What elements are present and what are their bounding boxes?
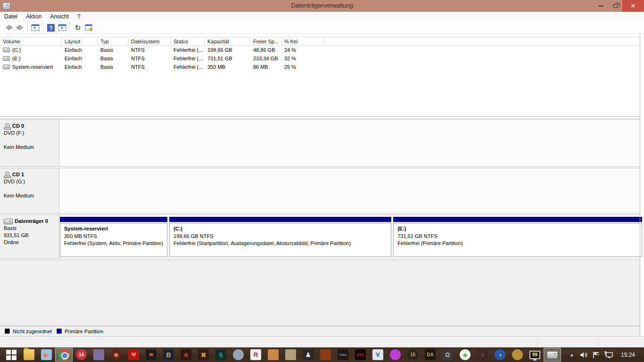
dragon-age-icon: DA [425, 349, 436, 360]
taskbar-game-silver-orb[interactable] [230, 348, 247, 362]
taskbar-disk-management[interactable] [544, 348, 561, 362]
taskbar-game-purple-orb[interactable] [387, 348, 404, 362]
flag-icon [592, 351, 601, 359]
app-duck-icon [512, 349, 523, 360]
device-row-disk0: Datenträger 0 Basis 931,51 GB Online Sys… [0, 214, 640, 259]
taskbar-media-player[interactable]: ▶ [38, 348, 55, 362]
network-button[interactable] [603, 348, 615, 362]
column-kapazitaet[interactable]: Kapazität [205, 37, 250, 45]
taskbar-chrome[interactable] [55, 348, 73, 362]
monitor-99-icon: 99 [529, 351, 540, 359]
partition-c[interactable]: (C:) 199,66 GB NTFS Fehlerfrei (Startpar… [169, 217, 391, 259]
taskbar-dead-rising-3[interactable]: DR3 [352, 348, 369, 362]
column-prozent-frei[interactable]: % frei [281, 37, 324, 45]
title-bar[interactable]: Datenträgerverwaltung ✕ [0, 0, 644, 12]
volume-icon [3, 48, 10, 52]
show-console-tree-button[interactable] [30, 23, 41, 33]
menu-datei[interactable]: Datei [0, 12, 22, 22]
taskbar-game-red-shield[interactable]: ≡ [474, 348, 491, 362]
volume-list-header: Volume Layout Typ Dateisystem Status Kap… [0, 37, 640, 46]
cell-status: Fehlerfrei (... [171, 47, 205, 53]
cell-status: Fehlerfrei (... [171, 64, 205, 70]
taskbar-game-dark-orange[interactable]: ≋ [142, 348, 160, 362]
menu-aktion[interactable]: Aktion [22, 12, 46, 22]
column-layout[interactable]: Layout [62, 37, 98, 45]
restore-button[interactable] [608, 0, 622, 12]
taskbar-game-tnss[interactable]: TNSS [334, 348, 352, 362]
taskbar-file-explorer[interactable] [20, 348, 38, 362]
refresh-button[interactable]: ↻ [72, 23, 83, 33]
nfs-rivals-icon: R [250, 349, 261, 360]
cell-layout: Einfach [62, 47, 98, 53]
taskbar-game-fire[interactable] [317, 348, 334, 362]
taskbar-game-southpark[interactable] [90, 348, 107, 362]
taskbar-game-emblem-dark-red[interactable]: ◉ [107, 348, 125, 362]
column-freier-sp[interactable]: Freier Sp... [250, 37, 281, 45]
desktop: Datenträgerverwaltung ✕ Datei Aktion Ans… [0, 0, 644, 362]
taskbar-world-of-tanks[interactable]: Ω [439, 348, 456, 362]
disk-properties-button[interactable]: ✱ [83, 23, 95, 33]
taskbar-start-button[interactable] [3, 348, 20, 362]
forward-button[interactable] [14, 23, 25, 33]
menu-hilfe[interactable]: ? [73, 12, 85, 22]
partition-size: 199,66 GB NTFS [173, 233, 387, 240]
taskbar-game-15[interactable]: 15 [404, 348, 421, 362]
volume-icon [3, 56, 10, 61]
taskbar-game-red-star[interactable]: ★ [177, 348, 195, 362]
device-label-disk0[interactable]: Datenträger 0 Basis 931,51 GB Online [0, 215, 59, 259]
action-center-button[interactable] [590, 348, 603, 362]
partition-system-reserviert[interactable]: System-reserviert 350 MB NTFS Fehlerfrei… [60, 217, 167, 259]
taskbar-game-red-tile[interactable]: Ψ [125, 348, 142, 362]
device-name: CD 0 [12, 123, 24, 130]
taskbar-sims-4[interactable]: ◆ [456, 348, 474, 362]
cell-prozent-frei: 25 % [281, 64, 324, 70]
taskbar-nfs-rivals[interactable]: R [247, 348, 264, 362]
taskbar-app-duck[interactable] [509, 348, 526, 362]
device-label-cd1[interactable]: CD 1 DVD (G:) Kein Medium [0, 168, 59, 213]
taskbar-app-14[interactable]: 14 [73, 348, 90, 362]
taskbar-battle-net-b[interactable]: B [160, 348, 177, 362]
device-label-cd0[interactable]: CD 0 DVD (F:) Kein Medium [0, 120, 59, 166]
app-blue-yellow-orb-icon: ◑ [495, 349, 505, 360]
show-action-pane-button[interactable] [57, 23, 68, 33]
taskbar-game-art-orange[interactable] [264, 348, 282, 362]
partition-status: Fehlerfrei (Startpartition, Auslagerungs… [173, 240, 387, 247]
taskbar-app-blue-yellow-orb[interactable]: ◑ [491, 348, 509, 362]
game-fire-icon [320, 349, 331, 360]
column-typ[interactable]: Typ [98, 37, 128, 45]
taskbar-dragon-age[interactable]: DA [421, 348, 439, 362]
taskbar-clock[interactable]: 15:24 [619, 352, 637, 358]
taskbar-game-bird-emblem[interactable]: V [369, 348, 387, 362]
column-volume[interactable]: Volume [0, 37, 62, 45]
tray-expand-button[interactable]: ▲ [566, 348, 578, 362]
game-red-tile-icon: Ψ [128, 349, 139, 360]
device-canvas-cd0[interactable] [59, 120, 640, 166]
partition-e[interactable]: (E:) 731,51 GB NTFS Fehlerfrei (Primäre … [393, 217, 642, 259]
volume-row-e[interactable]: (E:) Einfach Basis NTFS Fehlerfrei (... … [0, 54, 640, 63]
device-canvas-cd1[interactable] [59, 168, 640, 213]
column-dateisystem[interactable]: Dateisystem [128, 37, 171, 45]
volume-row-c[interactable]: (C:) Einfach Basis NTFS Fehlerfrei (... … [0, 46, 640, 54]
taskbar-game-art-tan[interactable] [282, 348, 299, 362]
game-silver-orb-icon [233, 349, 244, 360]
volume-row-system-reserviert[interactable]: System-reserviert Einfach Basis NTFS Feh… [0, 63, 640, 71]
volume-button[interactable] [578, 348, 590, 362]
help-button[interactable]: ? [45, 23, 57, 33]
back-button[interactable] [3, 23, 14, 33]
pane-splitter[interactable] [0, 116, 640, 119]
column-status[interactable]: Status [171, 37, 205, 45]
minimize-button[interactable] [594, 0, 608, 12]
cell-typ: Basis [98, 64, 128, 70]
device-name: CD 1 [12, 171, 24, 178]
menu-ansicht[interactable]: Ansicht [46, 12, 73, 22]
close-button[interactable]: ✕ [622, 0, 644, 12]
taskbar-game-dark-figure[interactable]: ♟ [299, 348, 317, 362]
network-icon [604, 351, 613, 359]
taskbar-monitor-99[interactable]: 99 [526, 348, 544, 362]
minimize-icon [599, 6, 603, 7]
media-player-icon: ▶ [41, 349, 52, 360]
device-type: Basis [4, 225, 55, 232]
taskbar-game-seahorse[interactable]: § [212, 348, 230, 362]
taskbar-game-orange-cross[interactable]: ✖ [195, 348, 212, 362]
game-seahorse-icon: § [215, 349, 226, 360]
